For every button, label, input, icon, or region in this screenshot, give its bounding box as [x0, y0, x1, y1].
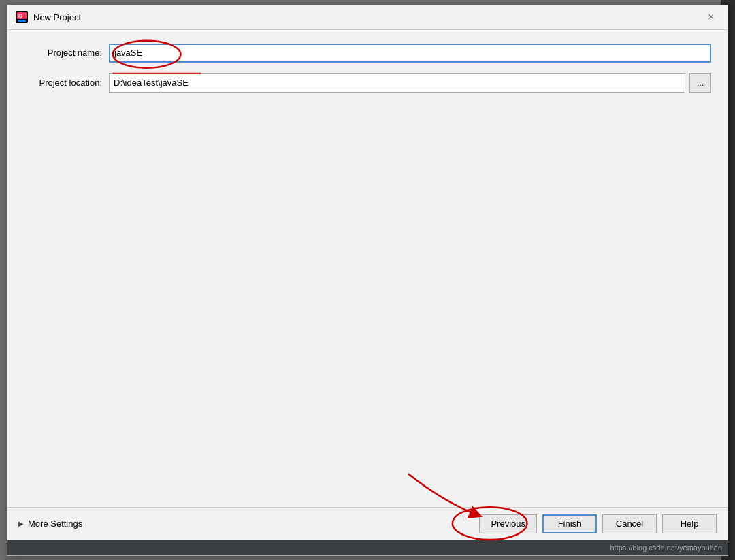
app-icon: IJ	[16, 11, 28, 23]
status-text: https://blog.csdn.net/yemayouhan	[610, 544, 723, 552]
svg-text:IJ: IJ	[18, 14, 22, 18]
browse-button[interactable]: ...	[689, 73, 711, 93]
dialog-wrapper: IJ New Project × Project name: Project l…	[0, 0, 735, 560]
title-bar: IJ New Project ×	[7, 5, 728, 30]
close-button[interactable]: ×	[703, 9, 719, 25]
status-bar: https://blog.csdn.net/yemayouhan	[7, 540, 728, 555]
project-name-label: Project name:	[24, 48, 102, 58]
dialog-content: Project name: Project location: ...	[7, 30, 728, 507]
location-row: ...	[109, 73, 711, 93]
more-settings-arrow: ▶	[18, 520, 24, 527]
action-buttons: Previous Finish Cancel Help	[479, 514, 717, 533]
project-location-input[interactable]	[109, 73, 685, 93]
project-location-row: Project location: ...	[24, 73, 711, 93]
title-bar-left: IJ New Project	[16, 11, 81, 23]
finish-button[interactable]: Finish	[542, 514, 597, 533]
dialog-title: New Project	[33, 12, 81, 22]
previous-button[interactable]: Previous	[479, 514, 537, 533]
cancel-button[interactable]: Cancel	[602, 514, 657, 533]
more-settings-label: More Settings	[28, 518, 82, 529]
project-name-row: Project name:	[24, 44, 711, 63]
bottom-section: ▶ More Settings Previous Finish Cancel H…	[7, 507, 728, 540]
project-name-input[interactable]	[109, 44, 711, 63]
project-location-label: Project location:	[24, 78, 102, 88]
content-spacer	[24, 103, 711, 493]
more-settings-toggle[interactable]: ▶ More Settings	[18, 518, 82, 529]
svg-rect-2	[18, 20, 26, 22]
help-button[interactable]: Help	[662, 514, 717, 533]
new-project-dialog: IJ New Project × Project name: Project l…	[7, 5, 728, 556]
